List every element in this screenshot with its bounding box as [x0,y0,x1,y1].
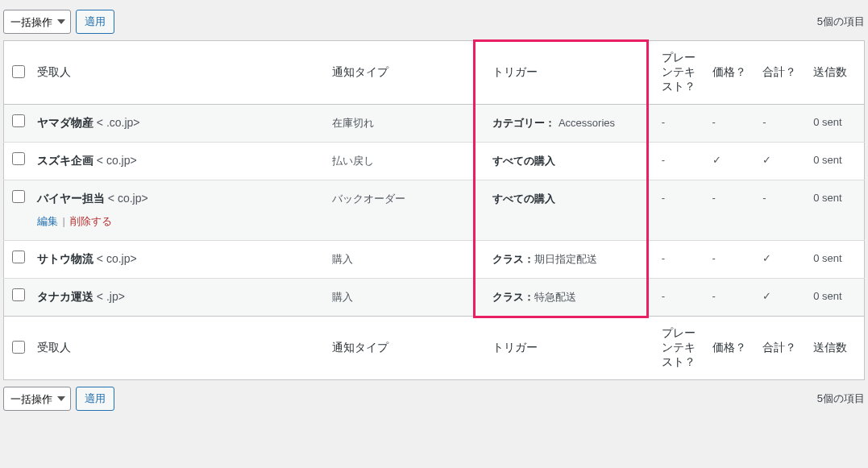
col-total-foot[interactable]: 合計？ [754,317,805,380]
notifications-table: 受取人 通知タイプ トリガー プレーンテキスト？ 価格？ 合計？ 送信数 ヤマダ… [3,40,865,380]
trigger-label: クラス： [492,291,534,303]
recipient-email-open: < [93,290,106,303]
type-cell: 購入 [324,279,484,317]
plain-cell: - [654,241,704,279]
trigger-cell: カテゴリー： Accessories [484,105,653,143]
apply-button-bottom[interactable]: 適用 [76,387,114,411]
type-cell: 払い戻し [324,143,484,180]
plain-cell: - [654,279,704,317]
row-checkbox[interactable] [12,152,25,165]
plain-cell: - [654,143,704,180]
col-trigger[interactable]: トリガー [484,41,653,105]
action-separator: | [60,215,69,227]
trigger-label: クラス： [492,253,534,265]
total-cell: ✓ [754,279,805,317]
trigger-value: Accessories [555,117,615,129]
col-plain[interactable]: プレーンテキスト？ [654,41,704,105]
type-cell: バックオーダー [324,180,484,241]
type-cell: 購入 [324,241,484,279]
col-plain-foot[interactable]: プレーンテキスト？ [654,317,704,380]
recipient-cell: バイヤー担当 < co.jp>編集 | 削除する [29,180,324,241]
sent-cell: 0 sent [805,241,864,279]
row-checkbox[interactable] [12,114,25,127]
row-checkbox[interactable] [12,288,25,301]
col-recipient[interactable]: 受取人 [29,41,324,105]
sent-cell: 0 sent [805,180,864,241]
trigger-cell: クラス：特急配送 [484,279,653,317]
recipient-name: サトウ物流 [37,252,93,265]
total-cell: ✓ [754,241,805,279]
row-checkbox[interactable] [12,190,25,203]
trigger-value: 期日指定配送 [534,253,597,265]
total-cell: - [754,180,805,241]
recipient-cell: スズキ企画 < co.jp> [29,143,324,180]
recipient-email-domain: co.jp> [106,252,137,265]
col-sent-foot[interactable]: 送信数 [805,317,864,380]
total-cell: - [754,105,805,143]
trigger-label: カテゴリー： [492,117,555,129]
col-recipient-foot[interactable]: 受取人 [29,317,324,380]
recipient-title[interactable]: サトウ物流 < co.jp> [37,252,137,265]
trigger-label: すべての購入 [492,155,555,167]
price-cell: ✓ [704,143,755,180]
recipient-email-open: < [93,154,106,167]
trigger-label: すべての購入 [492,193,555,205]
trigger-cell: すべての購入 [484,180,653,241]
select-all-footer [4,317,29,380]
sent-cell: 0 sent [805,143,864,180]
recipient-email-domain: .co.jp> [106,116,140,129]
row-checkbox[interactable] [12,251,25,263]
recipient-title[interactable]: ヤマダ物産 < .co.jp> [37,116,140,129]
item-count-bottom: 5個の項目 [817,391,865,406]
table-row: サトウ物流 < co.jp>購入クラス：期日指定配送--✓0 sent [4,241,865,279]
recipient-email-open: < [93,252,106,265]
recipient-name: バイヤー担当 [37,192,105,205]
bulk-action-select-bottom[interactable]: 一括操作 [3,387,71,411]
select-all-checkbox-bottom[interactable] [12,341,25,354]
recipient-email-domain: co.jp> [118,192,148,205]
select-all-header [4,41,29,105]
sent-cell: 0 sent [805,279,864,317]
row-check-cell [4,180,29,241]
edit-link[interactable]: 編集 [37,215,58,227]
bulk-action-select-top[interactable]: 一括操作 [3,10,71,34]
recipient-cell: サトウ物流 < co.jp> [29,241,324,279]
col-type-foot[interactable]: 通知タイプ [324,317,484,380]
col-type[interactable]: 通知タイプ [324,41,484,105]
col-trigger-foot[interactable]: トリガー [484,317,653,380]
plain-cell: - [654,105,704,143]
table-row: タナカ運送 < .jp>購入クラス：特急配送--✓0 sent [4,279,865,317]
recipient-title[interactable]: バイヤー担当 < co.jp> [37,192,148,205]
recipient-title[interactable]: タナカ運送 < .jp> [37,290,125,303]
recipient-email-domain: co.jp> [106,154,137,167]
price-cell: - [704,279,755,317]
bulk-actions-top: 一括操作 適用 [3,10,114,34]
bulk-actions-bottom: 一括操作 適用 [3,387,114,411]
recipient-email-open: < [93,116,106,129]
recipient-cell: ヤマダ物産 < .co.jp> [29,105,324,143]
type-cell: 在庫切れ [324,105,484,143]
price-cell: - [704,180,755,241]
delete-link[interactable]: 削除する [70,215,112,227]
trigger-cell: クラス：期日指定配送 [484,241,653,279]
recipient-cell: タナカ運送 < .jp> [29,279,324,317]
row-check-cell [4,241,29,279]
col-total[interactable]: 合計？ [754,41,805,105]
table-row: バイヤー担当 < co.jp>編集 | 削除するバックオーダーすべての購入---… [4,180,865,241]
row-check-cell [4,105,29,143]
recipient-name: タナカ運送 [37,290,93,303]
select-all-checkbox-top[interactable] [12,65,25,78]
recipient-title[interactable]: スズキ企画 < co.jp> [37,154,137,167]
trigger-value: 特急配送 [534,291,576,303]
col-price-foot[interactable]: 価格？ [704,317,755,380]
price-cell: - [704,241,755,279]
recipient-email-domain: .jp> [106,290,125,303]
apply-button-top[interactable]: 適用 [76,10,114,34]
trigger-cell: すべての購入 [484,143,653,180]
tablenav-bottom: 一括操作 適用 5個の項目 [3,383,865,414]
col-price[interactable]: 価格？ [704,41,755,105]
col-sent[interactable]: 送信数 [805,41,864,105]
price-cell: - [704,105,755,143]
table-row: スズキ企画 < co.jp>払い戻しすべての購入-✓✓0 sent [4,143,865,180]
item-count-top: 5個の項目 [817,14,865,29]
